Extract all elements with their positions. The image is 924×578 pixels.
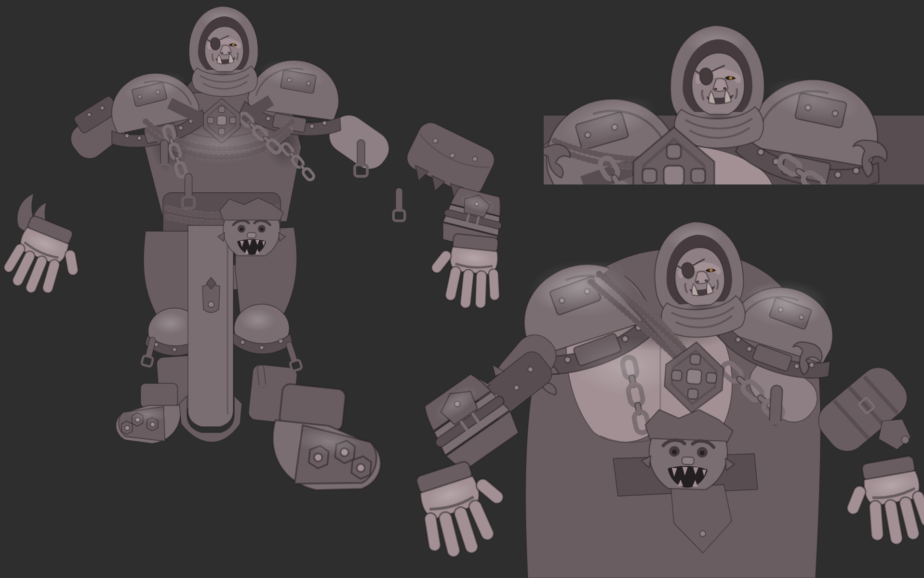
render-canvas: Monochrome clay sculpt viewport - hooded… [0,0,924,578]
hanging-strap [393,188,404,221]
hand-right [838,454,924,552]
banner [179,225,242,442]
hand-right [426,231,506,312]
sculpt-viewport[interactable]: Monochrome clay sculpt viewport - hooded… [0,0,924,578]
head [189,6,258,96]
head [670,26,764,148]
hand-left [0,212,93,307]
boot-right [268,383,388,497]
head [651,219,748,340]
view-chest-closeup [520,26,924,241]
boot-left [116,383,180,444]
hand-left [406,452,519,565]
knee-ring-strap [283,341,302,371]
